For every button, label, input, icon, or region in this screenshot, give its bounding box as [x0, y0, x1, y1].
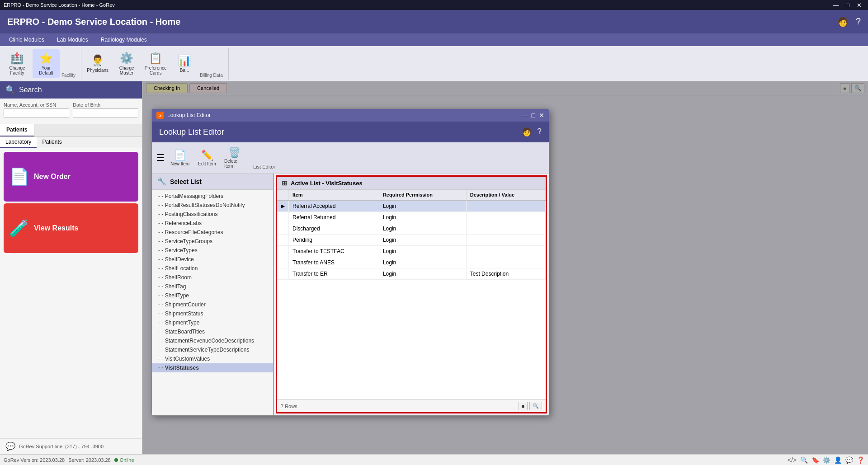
tab-patients[interactable]: Patients	[0, 124, 34, 136]
list-item[interactable]: - ShelfLocation	[152, 264, 273, 273]
list-item[interactable]: - ShelfRoom	[152, 273, 273, 282]
patient-form: Name, Account, or SSN Date of Birth	[0, 99, 142, 124]
app-header-icons: 🧑 ?	[837, 16, 861, 27]
modal-help-icon[interactable]: ?	[537, 127, 542, 137]
table-row[interactable]: Discharged Login	[277, 223, 546, 235]
row-description-cell: Test Description	[466, 268, 545, 280]
change-facility-label: Change Facility	[5, 66, 29, 75]
list-item[interactable]: - ResourceFileCategories	[152, 228, 273, 237]
list-item[interactable]: - StateBoardTitles	[152, 327, 273, 336]
sub-tab-laboratory[interactable]: Laboratory	[0, 137, 37, 148]
row-description-cell	[466, 257, 545, 268]
active-list-table: Item Required Permission Description / V…	[277, 190, 546, 280]
help-icon[interactable]: ?	[856, 16, 861, 27]
code-icon[interactable]: </>	[788, 456, 797, 464]
list-item[interactable]: - StatementServiceTypeDescriptions	[152, 345, 273, 354]
table-row[interactable]: Pending Login	[277, 235, 546, 246]
list-item[interactable]: - ShelfType	[152, 291, 273, 300]
search-icon-bar[interactable]: 🔍	[800, 456, 808, 464]
row-description-cell	[466, 223, 545, 235]
new-order-label: New Order	[34, 173, 71, 181]
user-icon[interactable]: 🧑	[837, 16, 849, 27]
modal-window: G Lookup List Editor — □ ✕ Lookup List E…	[151, 108, 549, 416]
menu-lab-modules[interactable]: Lab Modules	[52, 35, 94, 45]
modal-title-bar-left: G Lookup List Editor	[156, 112, 211, 119]
dob-input[interactable]	[73, 108, 138, 117]
col-permission: Required Permission	[379, 190, 466, 200]
billing-data-button[interactable]: 📊 Ba...	[171, 49, 198, 78]
online-status: Online	[114, 457, 134, 463]
chat-icon-bar[interactable]: 💬	[845, 456, 853, 464]
new-order-icon: 📄	[9, 167, 29, 186]
select-list-header: 🔧 Select List	[152, 174, 273, 190]
list-item[interactable]: - PortalMessagingFolders	[152, 192, 273, 201]
menu-radiology-modules[interactable]: Radiology Modules	[95, 35, 152, 45]
list-item[interactable]: - ShipmentType	[152, 318, 273, 327]
edit-item-button[interactable]: ✏️ Edit Item	[195, 148, 219, 168]
active-list-pane: ⊞ Active List - VisitStatuses Item Requi…	[276, 175, 547, 413]
sub-tab-patients[interactable]: Patients	[37, 137, 67, 148]
close-btn[interactable]: ✕	[854, 2, 864, 9]
physicians-button[interactable]: 👨‍⚕️ Physicians	[84, 49, 111, 78]
list-item[interactable]: - StatementRevenueCodeDescriptions	[152, 336, 273, 345]
list-item[interactable]: - VisitCustomValues	[152, 354, 273, 363]
table-row[interactable]: ▶ Referral Accepted Login	[277, 200, 546, 212]
modal-user-icon[interactable]: 🧑	[522, 127, 532, 137]
table-row[interactable]: Transfer to ANES Login	[277, 257, 546, 268]
facility-group: 🏥 Change Facility ⭐ Your Default Facilit…	[4, 48, 81, 80]
footer-search-btn[interactable]: 🔍	[529, 402, 542, 410]
table-row[interactable]: Transfer to ER Login Test Description	[277, 268, 546, 280]
table-row[interactable]: Referral Returned Login	[277, 212, 546, 223]
row-permission-cell: Login	[379, 268, 466, 280]
name-input[interactable]	[4, 108, 69, 117]
support-bar: 💬 GoRev Support line: (317) - 794 -3900	[0, 438, 142, 454]
list-item[interactable]: - ServiceTypes	[152, 246, 273, 255]
maximize-btn[interactable]: □	[843, 2, 852, 9]
delete-item-button[interactable]: 🗑️ Delete Item	[222, 145, 246, 170]
toolbar: 🏥 Change Facility ⭐ Your Default Facilit…	[0, 46, 868, 81]
table-header-row: Item Required Permission Description / V…	[277, 190, 546, 200]
grid-icon: ⊞	[282, 179, 287, 187]
facility-icon: 🏥	[10, 52, 24, 65]
your-default-button[interactable]: ⭐ Your Default	[33, 49, 60, 78]
minimize-btn[interactable]: —	[830, 2, 841, 9]
new-order-card[interactable]: 📄 New Order	[4, 152, 138, 202]
footer-menu-btn[interactable]: ≡	[519, 402, 528, 410]
list-item[interactable]: - ShipmentStatus	[152, 309, 273, 318]
modal-header-icons: 🧑 ?	[522, 127, 542, 137]
star-icon: ⭐	[39, 52, 53, 65]
list-item[interactable]: - ServiceTypeGroups	[152, 237, 273, 246]
modal-menu-icon[interactable]: ☰	[156, 152, 165, 163]
view-results-card[interactable]: 🧪 View Results	[4, 203, 138, 253]
active-list-header: ⊞ Active List - VisitStatuses	[277, 177, 546, 190]
list-item[interactable]: - ShelfTag	[152, 282, 273, 291]
table-row[interactable]: Transfer to TESTFAC Login	[277, 246, 546, 257]
preference-cards-button[interactable]: 📋 Preference Cards	[142, 49, 169, 78]
new-item-button[interactable]: 📄 New Item	[168, 148, 192, 168]
charge-master-button[interactable]: ⚙️ Charge Master	[113, 49, 140, 78]
list-item[interactable]: - ReferenceLabs	[152, 219, 273, 228]
support-phone: GoRev Support line: (317) - 794 -3900	[19, 444, 104, 449]
sub-tabs: Laboratory Patients	[0, 137, 142, 148]
change-facility-button[interactable]: 🏥 Change Facility	[4, 49, 31, 78]
modal-header: Lookup List Editor 🧑 ?	[152, 122, 549, 142]
modal-maximize-btn[interactable]: □	[532, 112, 535, 119]
settings-icon[interactable]: ⚙️	[823, 456, 830, 464]
help-icon-bar[interactable]: ❓	[857, 456, 864, 464]
row-item-cell: Pending	[289, 235, 379, 246]
list-item[interactable]: - ShelfDevice	[152, 255, 273, 264]
physicians-label: Physicians	[87, 68, 108, 73]
menu-clinic-modules[interactable]: Clinic Modules	[4, 35, 50, 45]
bookmark-icon[interactable]: 🔖	[811, 456, 819, 464]
list-item[interactable]: - PostingClassifications	[152, 210, 273, 219]
modal-minimize-btn[interactable]: —	[522, 112, 528, 119]
row-arrow-cell	[277, 235, 289, 246]
list-item[interactable]: - VisitStatuses	[152, 363, 273, 372]
search-label: Search	[19, 86, 42, 94]
person-icon[interactable]: 👤	[834, 456, 842, 464]
view-results-icon: 🧪	[9, 219, 29, 238]
modal-close-btn[interactable]: ✕	[539, 112, 544, 119]
list-item[interactable]: - PortalResultStatusesDoNotNotify	[152, 201, 273, 210]
row-item-cell: Transfer to TESTFAC	[289, 246, 379, 257]
list-item[interactable]: - ShipmentCourier	[152, 300, 273, 309]
